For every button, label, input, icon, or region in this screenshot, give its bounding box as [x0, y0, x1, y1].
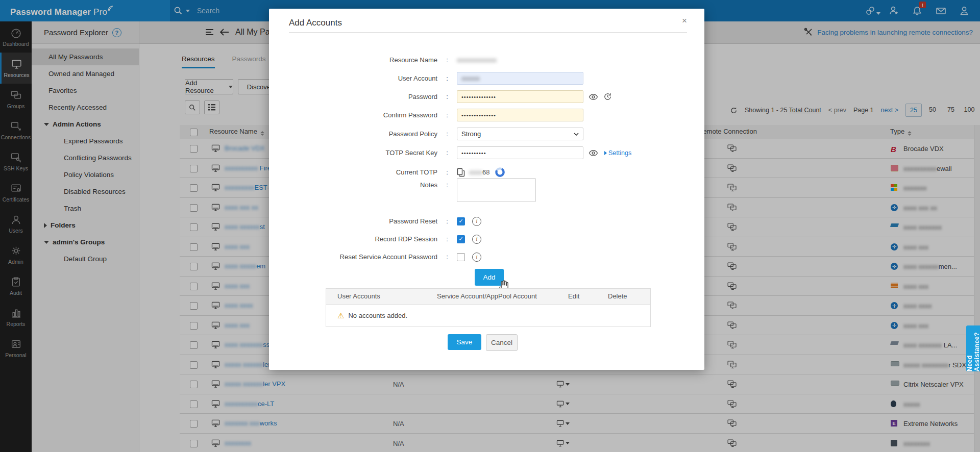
password-input[interactable]: ••••••••••••••: [457, 90, 583, 103]
resource-name-value-redacted: xxxxxxxxxxxxx: [457, 57, 497, 64]
totp-timer-spinner-icon: [495, 167, 505, 178]
password-reset-label: Password Reset: [269, 217, 437, 225]
field-record-rdp: Record RDP Session ✓ i: [269, 232, 704, 246]
confirm-password-input[interactable]: ••••••••••••••: [457, 109, 583, 121]
totp-digits-visible: 68: [482, 168, 489, 176]
need-assistance-tab[interactable]: Need Assistance?: [966, 325, 980, 371]
reset-service-label: Reset Service Account Password: [269, 253, 437, 261]
password-policy-select[interactable]: Strong: [457, 128, 583, 140]
add-button-label: Add: [483, 273, 495, 281]
record-rdp-label: Record RDP Session: [269, 235, 437, 243]
password-policy-label: Password Policy: [269, 130, 437, 138]
close-icon[interactable]: ×: [679, 16, 690, 27]
confirm-password-label: Confirm Password: [269, 111, 437, 119]
resource-name-label: Resource Name: [269, 56, 437, 64]
password-policy-value: Strong: [461, 130, 481, 138]
field-user-account: User Account xxxxxx: [269, 71, 704, 85]
field-current-totp: Current TOTP xxxx68: [269, 165, 704, 179]
user-account-value-redacted: xxxxxx: [461, 75, 480, 82]
field-password: Password ••••••••••••••: [269, 90, 704, 104]
field-password-reset: Password Reset ✓ i: [269, 214, 704, 228]
chevron-down-icon: [574, 133, 579, 136]
need-assistance-label: Need Assistance?: [966, 325, 980, 371]
cancel-button-label: Cancel: [491, 339, 512, 346]
field-totp-secret: TOTP Secret Key •••••••••• Settings: [269, 146, 704, 160]
record-rdp-checkbox[interactable]: ✓: [457, 235, 465, 243]
info-icon[interactable]: i: [472, 217, 481, 226]
totp-digits-redacted: xxxx: [469, 168, 482, 176]
col-user-accounts: User Accounts: [337, 292, 380, 300]
show-password-eye-icon[interactable]: [589, 93, 598, 101]
col-edit: Edit: [568, 292, 579, 300]
save-button[interactable]: Save: [448, 334, 481, 350]
totp-settings-link[interactable]: Settings: [604, 149, 631, 157]
empty-message: No accounts added.: [348, 312, 407, 319]
password-label: Password: [269, 93, 437, 101]
col-delete: Delete: [608, 292, 627, 300]
field-resource-name: Resource Name xxxxxxxxxxxxx: [269, 53, 704, 67]
cancel-button[interactable]: Cancel: [486, 334, 518, 351]
user-account-label: User Account: [269, 74, 437, 82]
show-totp-eye-icon[interactable]: [589, 149, 598, 157]
password-history-icon[interactable]: [603, 92, 612, 101]
current-totp-label: Current TOTP: [269, 168, 437, 176]
current-totp-value: xxxx68: [469, 168, 489, 176]
accounts-table-header: User Accounts Service Account/AppPool Ac…: [326, 289, 650, 305]
info-icon[interactable]: i: [472, 253, 481, 262]
copy-icon[interactable]: [457, 168, 465, 177]
password-reset-checkbox[interactable]: ✓: [457, 217, 465, 225]
field-confirm-password: Confirm Password ••••••••••••••: [269, 108, 704, 122]
totp-secret-label: TOTP Secret Key: [269, 149, 437, 157]
notes-textarea[interactable]: [457, 178, 536, 202]
field-password-policy: Password Policy Strong: [269, 127, 704, 141]
accounts-table: User Accounts Service Account/AppPool Ac…: [326, 288, 651, 327]
modal-separator: [289, 32, 687, 33]
info-icon[interactable]: i: [472, 235, 481, 244]
notes-label: Notes: [269, 178, 437, 189]
warning-icon: ⚠: [337, 311, 344, 320]
triangle-right-icon: [604, 151, 607, 155]
user-account-input[interactable]: xxxxxx: [457, 72, 583, 85]
field-reset-service: Reset Service Account Password i: [269, 250, 704, 264]
field-notes: Notes: [269, 178, 704, 192]
col-service-account: Service Account/AppPool Account: [437, 292, 537, 300]
reset-service-checkbox[interactable]: [457, 253, 465, 261]
totp-secret-input[interactable]: ••••••••••: [457, 146, 583, 159]
modal-title: Add Accounts: [289, 18, 342, 28]
save-button-label: Save: [457, 338, 473, 346]
accounts-table-empty-row: ⚠ No accounts added.: [326, 305, 650, 327]
add-accounts-modal: Add Accounts × Resource Name xxxxxxxxxxx…: [269, 9, 704, 370]
